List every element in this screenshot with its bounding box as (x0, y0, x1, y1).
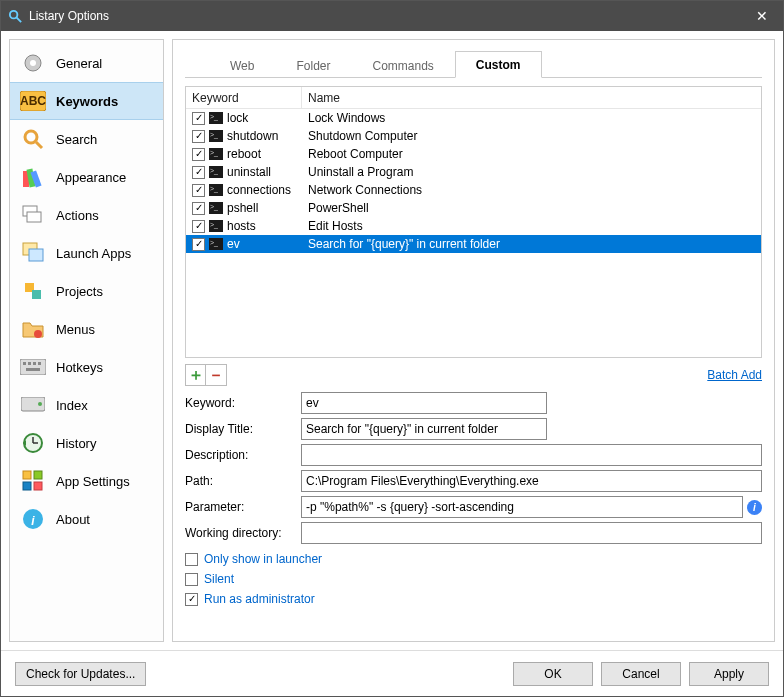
sidebar-item-projects[interactable]: Projects (10, 272, 163, 310)
checkbox-icon[interactable] (185, 573, 198, 586)
tab-web[interactable]: Web (209, 52, 275, 78)
table-row[interactable]: lockLock Windows (186, 109, 761, 127)
checkbox-icon[interactable] (192, 166, 205, 179)
list-rows: lockLock WindowsshutdownShutdown Compute… (186, 109, 761, 253)
row-name: Edit Hosts (302, 217, 761, 235)
svg-rect-29 (23, 471, 31, 479)
batch-add-link[interactable]: Batch Add (707, 368, 762, 382)
option-only-launcher[interactable]: Only show in launcher (185, 552, 762, 566)
display-title-input[interactable] (301, 418, 547, 440)
sidebar-item-history[interactable]: History (10, 424, 163, 462)
terminal-icon (209, 148, 223, 160)
sidebar-item-launch-apps[interactable]: Launch Apps (10, 234, 163, 272)
info-icon[interactable]: i (747, 500, 762, 515)
check-updates-button[interactable]: Check for Updates... (15, 662, 146, 686)
checkbox-icon[interactable] (185, 553, 198, 566)
path-input[interactable] (301, 470, 762, 492)
checkbox-icon[interactable] (192, 112, 205, 125)
svg-rect-30 (34, 471, 42, 479)
sidebar-item-label: History (56, 436, 96, 451)
sidebar-item-appearance[interactable]: Appearance (10, 158, 163, 196)
checkbox-icon[interactable] (192, 184, 205, 197)
table-row[interactable]: uninstallUninstall a Program (186, 163, 761, 181)
keyword-input[interactable] (301, 392, 547, 414)
windows-icon (20, 240, 46, 266)
row-keyword: connections (227, 183, 291, 197)
tab-folder[interactable]: Folder (275, 52, 351, 78)
sidebar-item-search[interactable]: Search (10, 120, 163, 158)
checkbox-icon[interactable] (192, 238, 205, 251)
svg-rect-32 (34, 482, 42, 490)
app-icon (7, 8, 23, 24)
minus-icon: － (208, 367, 224, 383)
svg-point-25 (38, 402, 42, 406)
tab-custom[interactable]: Custom (455, 51, 542, 78)
cancel-button[interactable]: Cancel (601, 662, 681, 686)
sidebar-item-keywords[interactable]: ABC Keywords (10, 82, 163, 120)
sidebar-item-app-settings[interactable]: App Settings (10, 462, 163, 500)
folder-fav-icon (20, 316, 46, 342)
sidebar-item-actions[interactable]: Actions (10, 196, 163, 234)
label-keyword: Keyword: (185, 396, 301, 410)
content-panel: Web Folder Commands Custom Keyword Name … (172, 39, 775, 642)
sidebar-item-hotkeys[interactable]: Hotkeys (10, 348, 163, 386)
add-remove-group: ＋ － (185, 364, 227, 386)
table-row[interactable]: pshellPowerShell (186, 199, 761, 217)
list-toolbar: ＋ － Batch Add (185, 364, 762, 386)
svg-rect-18 (20, 359, 46, 375)
boxes-icon (20, 278, 46, 304)
checkbox-icon[interactable] (192, 202, 205, 215)
checkbox-icon[interactable] (192, 130, 205, 143)
sidebar-item-index[interactable]: Index (10, 386, 163, 424)
terminal-icon (209, 220, 223, 232)
keyword-list[interactable]: Keyword Name lockLock WindowsshutdownShu… (185, 86, 762, 358)
table-row[interactable]: shutdownShutdown Computer (186, 127, 761, 145)
checkbox-icon[interactable] (192, 220, 205, 233)
sidebar-item-label: Actions (56, 208, 99, 223)
svg-point-3 (30, 60, 36, 66)
sidebar-item-general[interactable]: General (10, 44, 163, 82)
clock-icon (20, 430, 46, 456)
table-row[interactable]: hostsEdit Hosts (186, 217, 761, 235)
label-parameter: Parameter: (185, 500, 301, 514)
add-button[interactable]: ＋ (186, 365, 206, 385)
sidebar-item-about[interactable]: i About (10, 500, 163, 538)
row-name: Network Connections (302, 181, 761, 199)
col-header-keyword[interactable]: Keyword (186, 87, 302, 108)
tabstrip: Web Folder Commands Custom (185, 50, 762, 78)
col-header-name[interactable]: Name (302, 87, 761, 108)
sidebar-item-menus[interactable]: Menus (10, 310, 163, 348)
row-keyword: hosts (227, 219, 256, 233)
option-run-admin[interactable]: Run as administrator (185, 592, 762, 606)
label-display-title: Display Title: (185, 422, 301, 436)
row-keyword: reboot (227, 147, 261, 161)
sidebar-item-label: Projects (56, 284, 103, 299)
svg-point-6 (25, 131, 37, 143)
list-header: Keyword Name (186, 87, 761, 109)
terminal-icon (209, 166, 223, 178)
close-button[interactable]: ✕ (741, 1, 783, 31)
option-checkboxes: Only show in launcher Silent Run as admi… (185, 552, 762, 606)
option-label: Only show in launcher (204, 552, 322, 566)
sidebar-item-label: Menus (56, 322, 95, 337)
table-row[interactable]: connectionsNetwork Connections (186, 181, 761, 199)
working-dir-input[interactable] (301, 522, 762, 544)
label-working-dir: Working directory: (185, 526, 301, 540)
option-silent[interactable]: Silent (185, 572, 762, 586)
tab-commands[interactable]: Commands (351, 52, 454, 78)
sidebar-item-label: Search (56, 132, 97, 147)
checkbox-icon[interactable] (185, 593, 198, 606)
checkbox-icon[interactable] (192, 148, 205, 161)
table-row[interactable]: evSearch for "{query}" in current folder (186, 235, 761, 253)
sidebar-item-label: Keywords (56, 94, 118, 109)
description-input[interactable] (301, 444, 762, 466)
ok-button[interactable]: OK (513, 662, 593, 686)
svg-line-7 (36, 142, 42, 148)
svg-rect-22 (38, 362, 41, 365)
terminal-icon (209, 184, 223, 196)
remove-button[interactable]: － (206, 365, 226, 385)
apply-button[interactable]: Apply (689, 662, 769, 686)
svg-rect-14 (29, 249, 43, 261)
parameter-input[interactable] (301, 496, 743, 518)
table-row[interactable]: rebootReboot Computer (186, 145, 761, 163)
